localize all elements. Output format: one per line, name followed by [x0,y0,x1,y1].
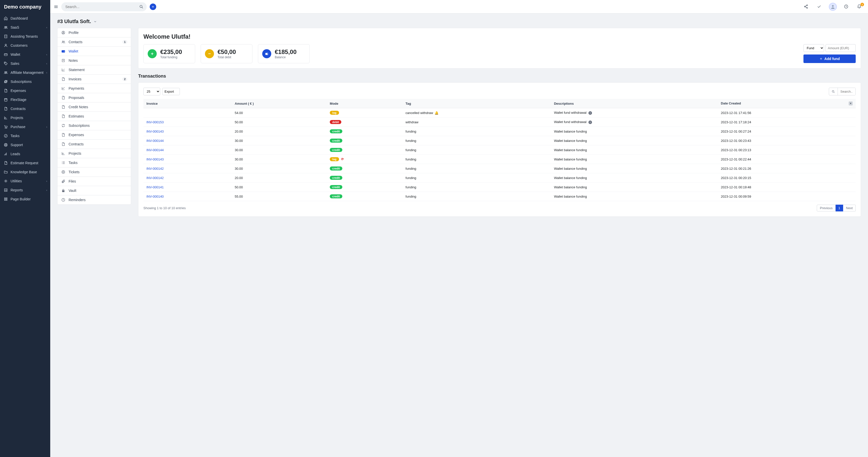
invoice-link[interactable]: INV-000144 [147,139,164,143]
nav-tab-subscriptions[interactable]: Subscriptions [58,121,131,130]
description-cell: Wallet fund withdrawal ! [551,118,718,127]
user-avatar[interactable] [829,3,837,11]
wallet-icon [3,52,8,57]
clock-button[interactable] [844,4,849,9]
table-row: INV-00014150.00creditfundingWallet balan… [144,183,856,192]
sidebar-item-projects[interactable]: Projects [0,113,50,122]
nav-tab-tasks[interactable]: Tasks [58,158,131,167]
col-amount[interactable]: Amount ( € ) [231,99,327,108]
sidebar-item-affiliate-management[interactable]: Affiliate Management‹ [0,68,50,77]
invoice-link[interactable]: INV-000143 [147,157,164,161]
export-button[interactable]: Export [162,88,180,95]
svg-rect-38 [267,54,268,54]
nav-tab-estimates[interactable]: Estimates [58,111,131,121]
sidebar-item-leads[interactable]: Leads [0,150,50,158]
nav-tab-statement[interactable]: Statement [58,65,131,74]
nav-tab-label: Tickets [68,170,80,174]
col-date-created[interactable]: Date Created▼ [718,99,856,108]
invoice-link[interactable]: INV-000141 [147,185,164,189]
nav-tab-proposals[interactable]: Proposals [58,93,131,102]
sidebar-item-customers[interactable]: Customers [0,41,50,50]
plus-icon [819,57,823,61]
svg-rect-31 [64,51,65,52]
invoice-link[interactable]: INV-000143 [147,130,164,133]
line-chart-icon [61,86,66,91]
sidebar-item-estimate-request[interactable]: Estimate Request [0,158,50,167]
sidebar-item-expenses[interactable]: Expenses [0,86,50,95]
page-size-select[interactable]: 25 [144,88,160,95]
add-button[interactable] [150,3,156,10]
page-1-button[interactable]: 1 [836,205,843,211]
table-row: INV-00014330.00log⟳fundingWallet balance… [144,155,856,164]
svg-point-1 [6,26,7,27]
nav-tab-invoices[interactable]: Invoices2 [58,74,131,84]
nav-tab-contracts[interactable]: Contracts [58,139,131,149]
date-cell: 2023-12-31 00:20:15 [718,173,856,183]
page-title-dropdown[interactable] [93,20,97,23]
fund-amount-input[interactable] [826,44,856,52]
info-icon: ! [588,111,592,115]
invoice-link[interactable]: INV-000144 [147,148,164,152]
nav-tab-label: Proposals [68,96,84,100]
nav-tab-tickets[interactable]: Tickets [58,167,131,176]
chevron-left-icon: ‹ [46,179,47,183]
sidebar-item-label: Sales [10,62,19,66]
signal-icon [3,152,8,156]
invoice-link[interactable]: INV-000142 [147,176,164,180]
sidebar-item-subscriptions[interactable]: Subscriptions [0,77,50,86]
page-next-button[interactable]: Next [843,205,856,211]
nav-tab-wallet[interactable]: Wallet [58,46,131,56]
sidebar-item-sales[interactable]: Sales‹ [0,59,50,68]
sidebar-item-flexstage[interactable]: FlexStage [0,95,50,104]
sort-desc-icon: ▼ [849,101,853,105]
nav-tab-profile[interactable]: Profile [58,28,131,37]
nav-tab-notes[interactable]: Notes [58,56,131,65]
nav-tab-payments[interactable]: Payments [58,84,131,93]
page-prev-button[interactable]: Previous [817,205,836,211]
invoice-link[interactable]: INV-000153 [147,120,164,124]
search-input[interactable] [61,2,147,11]
share-button[interactable] [804,4,809,9]
table-search-input[interactable] [838,88,856,95]
sidebar-item-label: Page Builder [10,197,31,201]
nav-tab-reminders[interactable]: Reminders [58,195,131,204]
col-descriptions[interactable]: Descriptions [551,99,718,108]
invoice-link[interactable]: INV-000142 [147,167,164,170]
sidebar-item-page-builder[interactable]: Page Builder [0,195,50,204]
nav-tab-vault[interactable]: Vault [58,186,131,195]
paperclip-icon [61,179,66,184]
nav-tab-credit-notes[interactable]: Credit Notes [58,102,131,111]
sidebar-item-tasks[interactable]: Tasks [0,131,50,140]
invoice-link[interactable]: INV-000140 [147,195,164,198]
col-mode[interactable]: Mode [327,99,403,108]
sidebar-item-reports[interactable]: Reports‹ [0,186,50,195]
col-invoice[interactable]: Invoice [144,99,231,108]
life-ring-icon [3,143,8,147]
sidebar-item-contracts[interactable]: Contracts [0,104,50,113]
chevron-left-icon: ‹ [46,26,47,29]
welcome-title: Welcome Ulutfa! [144,33,856,40]
check-button[interactable] [817,4,822,9]
menu-toggle-button[interactable] [54,4,58,9]
sidebar-item-purchase[interactable]: Purchase‹ [0,122,50,131]
nav-tab-label: Vault [68,189,76,193]
notification-button[interactable]: 1 [857,4,862,9]
nav-tab-files[interactable]: Files [58,176,131,186]
sidebar-item-saas[interactable]: SaaS‹ [0,23,50,32]
clock-icon [61,198,66,202]
sidebar-item-dashboard[interactable]: Dashboard [0,14,50,23]
description-cell: Wallet balance funding [551,192,718,201]
col-tag[interactable]: Tag [403,99,551,108]
sidebar-item-wallet[interactable]: Wallet‹ [0,50,50,59]
nav-tab-contacts[interactable]: Contacts1 [58,37,131,46]
nav-tab-expenses[interactable]: Expenses [58,130,131,139]
fund-type-select[interactable]: Fund [803,44,824,52]
nav-tab-projects[interactable]: Projects [58,149,131,158]
sidebar-item-knowledge-base[interactable]: Knowledge Base [0,167,50,176]
sidebar-item-assisting-tenants[interactable]: Assisting Tenants [0,32,50,41]
sidebar-item-support[interactable]: Support [0,140,50,150]
add-fund-button[interactable]: Add fund [803,55,856,63]
sidebar-item-utilities[interactable]: Utilities‹ [0,176,50,186]
svg-rect-35 [62,190,64,192]
svg-rect-19 [6,199,7,200]
